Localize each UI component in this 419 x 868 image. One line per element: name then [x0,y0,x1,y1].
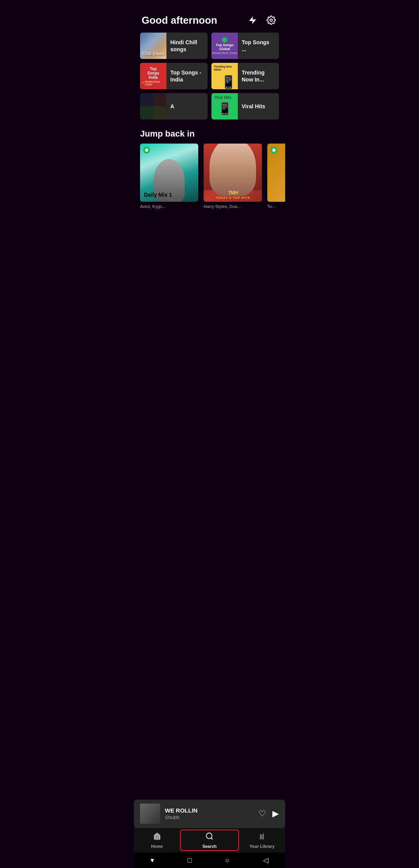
collage-cell-1 [140,93,153,106]
top-songs-india-image: TopSongsIndia ↗ Weekly Music Charts [140,63,166,89]
album-card-daily-mix[interactable]: Daily Mix 1 Avicii, Kygo... [140,144,198,209]
viral-hits-label: Viral Hits [238,103,269,110]
hindi-chill-image: Chill Vibes [140,33,166,59]
collage-cell-3 [140,106,153,120]
viral-hits-image: Viral Hits 📱 [211,93,238,120]
daily-mix-bg: Daily Mix 1 [140,144,198,202]
gear-icon [267,16,276,25]
spotify-badge-daily-mix [143,147,150,154]
top-hits-bg: TMH TODAY'S TOP HITS [204,144,262,202]
jump-back-in-title: Jump back in [134,123,285,144]
album-card-third[interactable]: To... [267,144,285,209]
viral-hits-text: Viral Hits [215,95,231,100]
lightning-icon [248,16,257,25]
chill-vibes-bg: Chill Vibes [140,33,166,59]
daily-mix-subtitle: Avicii, Kygo... [140,204,198,209]
collage-cell-2 [153,93,166,106]
top-hits-cover: TMH TODAY'S TOP HITS [204,144,262,202]
status-bar [134,0,285,9]
third-card-cover [267,144,285,202]
collage-image [140,93,166,120]
jump-back-in-scroll[interactable]: Daily Mix 1 Avicii, Kygo... [134,144,285,215]
grid-card-viral-hits[interactable]: Viral Hits 📱 Viral Hits [211,93,279,120]
collage-cell-4 [153,106,166,120]
top-songs-india-label: Top Songs - India [166,69,208,83]
grid-card-collage[interactable]: A [140,93,208,120]
top-songs-india-bg: TopSongsIndia ↗ Weekly Music Charts [140,63,166,89]
top-songs-global-text: Top SongsGlobal [216,43,234,51]
viral-hits-bg: Viral Hits 📱 [211,93,238,120]
grid-card-hindi-chill[interactable]: Chill Vibes Hindi Chill songs [140,33,208,59]
phone-icon: 📱 [221,74,236,89]
album-card-top-hits[interactable]: TMH TODAY'S TOP HITS Harry Styles, Dua..… [204,144,262,209]
collage-bg [140,93,166,120]
grid-card-top-songs-global[interactable]: Top SongsGlobal Weekly Music Charts Top … [211,33,279,59]
main-content: Good afternoon Chill Vibes [134,0,285,285]
daily-mix-label: Daily Mix 1 [144,192,172,198]
top-songs-global-bg: Top SongsGlobal Weekly Music Charts [211,33,238,59]
header-actions [246,14,277,26]
viral-phone-icon: 📱 [218,102,232,115]
trending-india-bg: Trending NowINDIA 📱 [211,63,238,89]
settings-button[interactable] [265,14,277,26]
person-image [210,144,256,196]
greeting-title: Good afternoon [142,14,246,26]
third-card-subtitle: To... [267,204,285,209]
playlist-grid: Chill Vibes Hindi Chill songs Top SongsG… [134,29,285,123]
tth-logo-area: TMH TODAY'S TOP HITS [204,189,262,199]
header: Good afternoon [134,9,285,29]
third-card-bg [267,144,285,202]
trending-india-label: Trending Now In... [238,69,279,83]
svg-point-1 [145,149,148,152]
spotify-logo-dot [222,37,227,43]
top-songs-global-label: Top Songs ... [238,39,279,53]
daily-mix-cover: Daily Mix 1 [140,144,198,202]
india-weekly-sub: ↗ Weekly Music Charts [142,80,165,86]
lightning-button[interactable] [246,14,259,26]
trending-india-text: Trending NowINDIA [214,65,232,72]
hindi-chill-label: Hindi Chill songs [166,39,208,53]
tth-person-area [204,144,262,190]
chill-vibes-label: Chill Vibes [142,51,164,56]
grid-card-trending-india[interactable]: Trending NowINDIA 📱 Trending Now In... [211,63,279,89]
grid-card-top-songs-india[interactable]: TopSongsIndia ↗ Weekly Music Charts Top … [140,63,208,89]
svg-point-3 [272,149,275,152]
top-india-text: TopSongsIndia [147,67,159,80]
spotify-badge-third [270,147,277,154]
svg-point-0 [270,19,272,21]
weekly-charts-sub: Weekly Music Charts [212,52,237,54]
collage-label: A [166,103,178,110]
top-hits-subtitle: Harry Styles, Dua... [204,204,262,209]
top-songs-global-image: Top SongsGlobal Weekly Music Charts [211,33,238,59]
trending-india-image: Trending NowINDIA 📱 [211,63,238,89]
